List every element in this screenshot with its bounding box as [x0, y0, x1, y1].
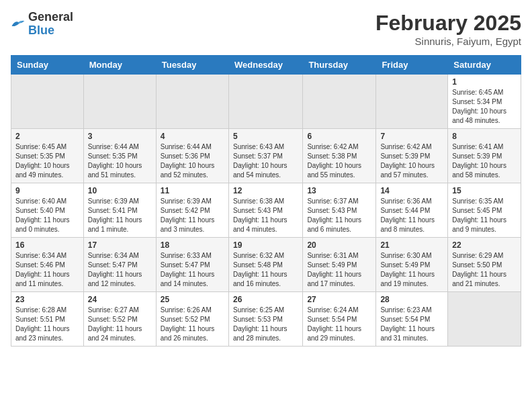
day-number: 27 [307, 295, 371, 304]
calendar-cell: 27Sunrise: 6:24 AMSunset: 5:54 PMDayligh… [303, 292, 376, 347]
day-number: 17 [88, 240, 152, 250]
calendar-cell: 3Sunrise: 6:44 AMSunset: 5:35 PMDaylight… [83, 129, 156, 183]
day-info: Sunrise: 6:32 AMSunset: 5:48 PMDaylight:… [233, 251, 298, 289]
calendar-week-3: 9Sunrise: 6:40 AMSunset: 5:40 PMDaylight… [11, 183, 521, 238]
calendar-cell: 13Sunrise: 6:37 AMSunset: 5:43 PMDayligh… [303, 183, 376, 238]
calendar-cell: 22Sunrise: 6:29 AMSunset: 5:50 PMDayligh… [448, 238, 521, 292]
calendar-week-1: 1Sunrise: 6:45 AMSunset: 5:34 PMDaylight… [11, 75, 521, 129]
calendar-cell [11, 75, 84, 129]
calendar-cell: 7Sunrise: 6:42 AMSunset: 5:39 PMDaylight… [376, 129, 448, 183]
calendar-cell: 15Sunrise: 6:35 AMSunset: 5:45 PMDayligh… [448, 183, 521, 238]
day-info: Sunrise: 6:45 AMSunset: 5:34 PMDaylight:… [452, 88, 517, 126]
day-number: 2 [15, 132, 79, 141]
day-number: 23 [15, 295, 79, 304]
calendar-cell: 25Sunrise: 6:26 AMSunset: 5:52 PMDayligh… [156, 292, 228, 347]
day-info: Sunrise: 6:33 AMSunset: 5:47 PMDaylight:… [161, 251, 224, 289]
calendar-week-2: 2Sunrise: 6:45 AMSunset: 5:35 PMDaylight… [11, 129, 521, 183]
month-year-title: February 2025 [375, 11, 521, 36]
logo-text: General Blue [28, 11, 73, 38]
day-number: 4 [161, 132, 224, 141]
calendar-cell: 28Sunrise: 6:23 AMSunset: 5:54 PMDayligh… [376, 292, 448, 347]
calendar-cell: 16Sunrise: 6:34 AMSunset: 5:46 PMDayligh… [11, 238, 84, 292]
calendar-cell [156, 75, 228, 129]
weekday-header-friday: Friday [376, 56, 448, 75]
logo-general: General [28, 10, 73, 24]
day-info: Sunrise: 6:42 AMSunset: 5:38 PMDaylight:… [307, 142, 371, 180]
calendar-cell [303, 75, 376, 129]
day-info: Sunrise: 6:30 AMSunset: 5:49 PMDaylight:… [380, 251, 443, 289]
weekday-header-row: SundayMondayTuesdayWednesdayThursdayFrid… [11, 56, 521, 75]
day-number: 12 [233, 186, 298, 195]
day-number: 9 [15, 186, 79, 195]
day-info: Sunrise: 6:37 AMSunset: 5:43 PMDaylight:… [307, 197, 371, 234]
day-info: Sunrise: 6:41 AMSunset: 5:39 PMDaylight:… [452, 142, 517, 180]
weekday-header-wednesday: Wednesday [228, 56, 302, 75]
day-number: 7 [380, 132, 443, 141]
weekday-header-sunday: Sunday [11, 56, 84, 75]
calendar-table: SundayMondayTuesdayWednesdayThursdayFrid… [11, 55, 521, 347]
calendar-cell [376, 75, 448, 129]
day-info: Sunrise: 6:34 AMSunset: 5:46 PMDaylight:… [15, 251, 79, 289]
logo-icon [11, 19, 26, 30]
calendar-cell: 5Sunrise: 6:43 AMSunset: 5:37 PMDaylight… [228, 129, 302, 183]
calendar-cell: 14Sunrise: 6:36 AMSunset: 5:44 PMDayligh… [376, 183, 448, 238]
calendar-cell: 20Sunrise: 6:31 AMSunset: 5:49 PMDayligh… [303, 238, 376, 292]
calendar-cell: 17Sunrise: 6:34 AMSunset: 5:47 PMDayligh… [83, 238, 156, 292]
day-info: Sunrise: 6:31 AMSunset: 5:49 PMDaylight:… [307, 251, 371, 289]
day-number: 3 [88, 132, 152, 141]
day-number: 28 [380, 295, 443, 304]
day-info: Sunrise: 6:39 AMSunset: 5:42 PMDaylight:… [161, 197, 224, 234]
day-info: Sunrise: 6:35 AMSunset: 5:45 PMDaylight:… [452, 197, 517, 234]
day-info: Sunrise: 6:40 AMSunset: 5:40 PMDaylight:… [15, 197, 79, 234]
calendar-cell [228, 75, 302, 129]
day-number: 6 [307, 132, 371, 141]
calendar-cell: 8Sunrise: 6:41 AMSunset: 5:39 PMDaylight… [448, 129, 521, 183]
day-number: 21 [380, 240, 443, 250]
day-info: Sunrise: 6:38 AMSunset: 5:43 PMDaylight:… [233, 197, 298, 234]
calendar-cell: 4Sunrise: 6:44 AMSunset: 5:36 PMDaylight… [156, 129, 228, 183]
day-info: Sunrise: 6:26 AMSunset: 5:52 PMDaylight:… [161, 306, 224, 343]
day-number: 26 [233, 295, 298, 304]
day-info: Sunrise: 6:24 AMSunset: 5:54 PMDaylight:… [307, 306, 371, 343]
calendar-cell: 1Sunrise: 6:45 AMSunset: 5:34 PMDaylight… [448, 75, 521, 129]
calendar-cell: 19Sunrise: 6:32 AMSunset: 5:48 PMDayligh… [228, 238, 302, 292]
day-number: 16 [15, 240, 79, 250]
calendar-cell [448, 292, 521, 347]
calendar-week-5: 23Sunrise: 6:28 AMSunset: 5:51 PMDayligh… [11, 292, 521, 347]
day-number: 10 [88, 186, 152, 195]
day-number: 18 [161, 240, 224, 250]
calendar-cell: 10Sunrise: 6:39 AMSunset: 5:41 PMDayligh… [83, 183, 156, 238]
page-header: General Blue February 2025 Sinnuris, Fai… [11, 11, 521, 47]
day-info: Sunrise: 6:45 AMSunset: 5:35 PMDaylight:… [15, 142, 79, 180]
calendar-cell: 12Sunrise: 6:38 AMSunset: 5:43 PMDayligh… [228, 183, 302, 238]
day-info: Sunrise: 6:44 AMSunset: 5:36 PMDaylight:… [161, 142, 224, 180]
day-info: Sunrise: 6:28 AMSunset: 5:51 PMDaylight:… [15, 306, 79, 343]
calendar-week-4: 16Sunrise: 6:34 AMSunset: 5:46 PMDayligh… [11, 238, 521, 292]
calendar-cell [83, 75, 156, 129]
calendar-cell: 24Sunrise: 6:27 AMSunset: 5:52 PMDayligh… [83, 292, 156, 347]
calendar-body: 1Sunrise: 6:45 AMSunset: 5:34 PMDaylight… [11, 75, 521, 347]
day-info: Sunrise: 6:25 AMSunset: 5:53 PMDaylight:… [233, 306, 298, 343]
day-info: Sunrise: 6:34 AMSunset: 5:47 PMDaylight:… [88, 251, 152, 289]
day-number: 24 [88, 295, 152, 304]
calendar-cell: 6Sunrise: 6:42 AMSunset: 5:38 PMDaylight… [303, 129, 376, 183]
logo: General Blue [11, 11, 73, 38]
calendar-cell: 18Sunrise: 6:33 AMSunset: 5:47 PMDayligh… [156, 238, 228, 292]
day-number: 8 [452, 132, 517, 141]
day-number: 13 [307, 186, 371, 195]
day-info: Sunrise: 6:42 AMSunset: 5:39 PMDaylight:… [380, 142, 443, 180]
day-number: 11 [161, 186, 224, 195]
calendar-cell: 9Sunrise: 6:40 AMSunset: 5:40 PMDaylight… [11, 183, 84, 238]
day-number: 14 [380, 186, 443, 195]
day-info: Sunrise: 6:29 AMSunset: 5:50 PMDaylight:… [452, 251, 517, 289]
day-number: 19 [233, 240, 298, 250]
day-number: 15 [452, 186, 517, 195]
day-number: 25 [161, 295, 224, 304]
day-info: Sunrise: 6:44 AMSunset: 5:35 PMDaylight:… [88, 142, 152, 180]
day-number: 5 [233, 132, 298, 141]
weekday-header-monday: Monday [83, 56, 156, 75]
calendar-cell: 26Sunrise: 6:25 AMSunset: 5:53 PMDayligh… [228, 292, 302, 347]
day-number: 20 [307, 240, 371, 250]
day-info: Sunrise: 6:27 AMSunset: 5:52 PMDaylight:… [88, 306, 152, 343]
location-subtitle: Sinnuris, Faiyum, Egypt [375, 36, 521, 47]
